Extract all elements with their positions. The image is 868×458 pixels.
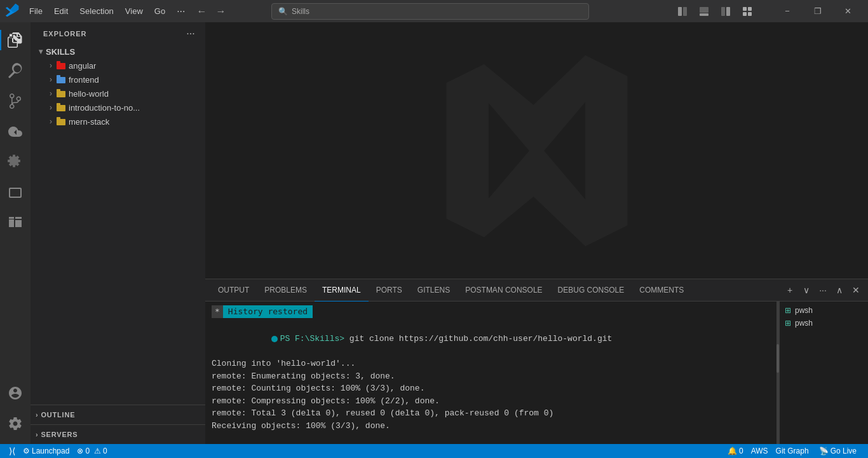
tab-postman[interactable]: POSTMAN CONSOLE <box>458 279 550 302</box>
explorer-activity-icon[interactable] <box>0 25 31 55</box>
svg-rect-14 <box>57 91 65 97</box>
settings-activity-icon[interactable] <box>0 408 31 439</box>
tree-item-intro[interactable]: › introduction-to-no... <box>31 101 205 114</box>
terminal-session-1[interactable]: ⊞ pwsh <box>780 304 868 317</box>
remote-indicator[interactable]: ⟩⟨ <box>5 444 19 458</box>
terminal-dropdown-button[interactable]: ∨ <box>799 283 813 297</box>
activity-bar <box>0 22 31 444</box>
terminal-main[interactable]: * History restored PS F:\Skills> git clo… <box>205 302 776 444</box>
run-debug-activity-icon[interactable] <box>0 116 31 147</box>
new-terminal-button[interactable]: + <box>783 283 797 297</box>
outline-header[interactable]: › OUTLINE <box>31 408 205 422</box>
customize-layout-button[interactable] <box>737 3 757 20</box>
svg-rect-10 <box>57 63 65 69</box>
errors-indicator[interactable]: ⊗ 0 ⚠ 0 <box>73 444 111 458</box>
svg-rect-3 <box>700 13 709 16</box>
extensions-activity-icon[interactable] <box>0 147 31 177</box>
main-layout: Explorer ··· ▾ SKILLS › angular › <box>0 22 868 444</box>
forward-button[interactable]: → <box>212 3 229 20</box>
chevron-right-icon: › <box>36 431 38 438</box>
svg-rect-15 <box>57 89 60 92</box>
history-text: History restored <box>223 305 313 318</box>
terminal-line: remote: Enumerating objects: 3, done. <box>212 370 770 383</box>
menu-edit[interactable]: Edit <box>49 4 73 18</box>
back-button[interactable]: ← <box>193 3 210 20</box>
terminal-scrollbar[interactable] <box>776 302 779 444</box>
tree-item-angular[interactable]: › angular <box>31 59 205 73</box>
terminal-line: Receiving objects: 100% (3/3), done. <box>212 420 770 433</box>
workspace-activity-icon[interactable] <box>0 208 31 239</box>
chevron-right-icon: › <box>46 117 56 126</box>
svg-rect-6 <box>743 7 747 11</box>
terminal-line: Cloning into 'hello-world'... <box>212 357 770 370</box>
svg-rect-11 <box>57 61 60 64</box>
sidebar: Explorer ··· ▾ SKILLS › angular › <box>31 22 205 444</box>
history-asterisk: * <box>212 305 223 318</box>
minimize-button[interactable]: − <box>773 0 802 22</box>
servers-header[interactable]: › SERVERS <box>31 427 205 441</box>
close-button[interactable]: ✕ <box>834 0 863 22</box>
remote-explorer-activity-icon[interactable] <box>0 177 31 208</box>
sidebar-outline-section: › OUTLINE <box>31 405 205 424</box>
menu-selection[interactable]: Selection <box>74 4 118 18</box>
svg-rect-2 <box>700 7 709 13</box>
source-control-activity-icon[interactable] <box>0 86 31 116</box>
branch-icon: ⚙ <box>23 447 30 455</box>
git-graph-indicator[interactable]: Git Graph <box>772 444 813 458</box>
toggle-sidebar-button[interactable] <box>672 3 693 20</box>
terminal-line: remote: Total 3 (delta 0), reused 0 (del… <box>212 407 770 420</box>
toggle-secondary-sidebar-button[interactable] <box>715 3 736 20</box>
prompt-dot <box>271 336 278 342</box>
tab-terminal[interactable]: TERMINAL <box>315 279 369 302</box>
tab-debug[interactable]: DEBUG CONSOLE <box>550 279 632 302</box>
search-activity-icon[interactable] <box>0 55 31 86</box>
notifications-indicator[interactable]: 🔔 0 <box>724 444 747 458</box>
terminal-line: remote: Compressing objects: 100% (2/2),… <box>212 395 770 408</box>
close-panel-button[interactable]: ✕ <box>849 283 863 297</box>
aws-indicator[interactable]: AWS <box>747 444 772 458</box>
error-count: 0 <box>85 447 90 455</box>
tab-comments[interactable]: COMMENTS <box>632 279 691 302</box>
search-bar[interactable]: 🔍 Skills <box>271 3 589 20</box>
git-graph-label: Git Graph <box>776 447 809 455</box>
panel-more-button[interactable]: ··· <box>816 283 830 297</box>
panel-actions: + ∨ ··· ∧ ✕ <box>783 283 863 297</box>
session-label: pwsh <box>795 319 813 328</box>
go-live-button[interactable]: 📡 Go Live <box>813 444 863 458</box>
folder-icon-intro <box>56 102 66 113</box>
menu-go[interactable]: Go <box>149 4 170 18</box>
tree-item-hello-world[interactable]: › hello-world <box>31 87 205 101</box>
file-tree: ▾ SKILLS › angular › frontend <box>31 45 205 227</box>
svg-rect-13 <box>57 75 60 78</box>
account-activity-icon[interactable] <box>0 378 31 408</box>
aws-label: AWS <box>751 447 768 455</box>
sidebar-more-button[interactable]: ··· <box>184 27 198 41</box>
svg-rect-12 <box>57 77 65 83</box>
search-icon: 🔍 <box>278 7 288 16</box>
titlebar: File Edit Selection View Go ··· ← → 🔍 Sk… <box>0 0 868 22</box>
tab-problems[interactable]: PROBLEMS <box>257 279 315 302</box>
tab-ports[interactable]: PORTS <box>369 279 410 302</box>
error-icon: ⊗ <box>77 447 83 455</box>
terminal-session-2[interactable]: ⊞ pwsh <box>780 317 868 330</box>
svg-rect-19 <box>57 117 60 120</box>
terminal-prompt-line: PS F:\Skills> <box>212 432 770 444</box>
outline-label: OUTLINE <box>41 411 75 419</box>
tree-root-skills[interactable]: ▾ SKILLS <box>31 45 205 59</box>
tree-item-frontend[interactable]: › frontend <box>31 73 205 87</box>
terminal-scrollbar-thumb[interactable] <box>776 344 779 373</box>
tree-item-mern[interactable]: › mern-stack <box>31 114 205 128</box>
maximize-panel-button[interactable]: ∧ <box>832 283 846 297</box>
tab-output[interactable]: OUTPUT <box>210 279 257 302</box>
terminal-content: * History restored PS F:\Skills> git clo… <box>205 302 868 444</box>
tab-gitlens[interactable]: GITLENS <box>410 279 458 302</box>
menu-file[interactable]: File <box>24 4 48 18</box>
editor-area <box>205 22 868 279</box>
toggle-panel-button[interactable] <box>694 3 714 20</box>
menu-view[interactable]: View <box>120 4 148 18</box>
restore-button[interactable]: ❐ <box>803 0 832 22</box>
warning-icon: ⚠ <box>94 447 101 455</box>
svg-rect-0 <box>678 7 682 16</box>
menu-more[interactable]: ··· <box>172 3 190 20</box>
branch-indicator[interactable]: ⚙ Launchpad <box>19 444 73 458</box>
